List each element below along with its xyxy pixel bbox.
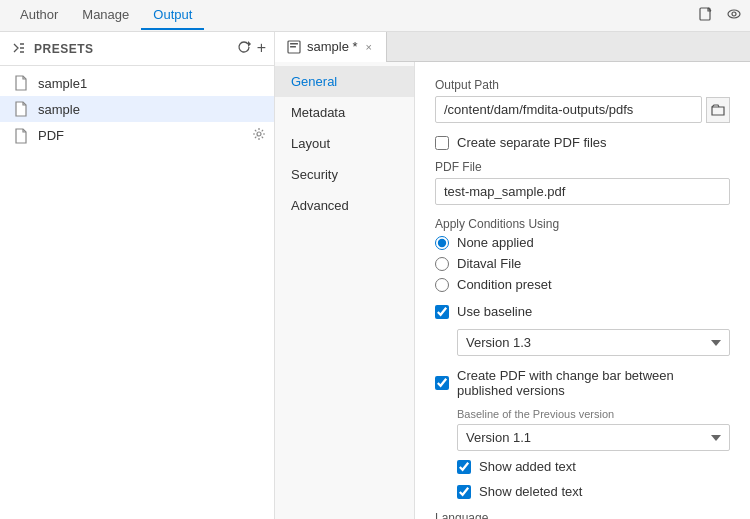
create-pdf-changebar-group: Create PDF with change bar between publi… <box>435 368 730 499</box>
previous-version-label: Baseline of the Previous version <box>457 408 730 420</box>
output-path-input[interactable] <box>435 96 702 123</box>
use-baseline-checkbox[interactable] <box>435 305 449 319</box>
previous-version-select[interactable]: Version 1.1 Version 1.0 <box>457 424 730 451</box>
output-path-group: Output Path <box>435 78 730 123</box>
form-area: Output Path Create separat <box>415 62 750 519</box>
sidebar: PRESETS + sample1 <box>0 32 275 519</box>
top-nav: Author Manage Output <box>0 0 750 32</box>
svg-point-2 <box>732 12 736 16</box>
show-deleted-label: Show deleted text <box>479 484 582 499</box>
use-baseline-label: Use baseline <box>457 304 532 319</box>
add-icon[interactable]: + <box>257 40 266 57</box>
settings-nav-advanced[interactable]: Advanced <box>275 190 414 221</box>
sidebar-item-sample[interactable]: sample <box>0 96 274 122</box>
settings-nav: General Metadata Layout Security Advance… <box>275 62 415 519</box>
sidebar-actions: + <box>237 40 266 57</box>
create-separate-checkbox[interactable] <box>435 136 449 150</box>
sidebar-header: PRESETS + <box>0 32 274 66</box>
show-added-row: Show added text <box>457 459 730 474</box>
create-separate-row: Create separate PDF files <box>435 135 730 150</box>
file-icon-sample <box>14 101 30 117</box>
radio-none[interactable] <box>435 236 449 250</box>
radio-preset-label: Condition preset <box>457 277 552 292</box>
svg-point-1 <box>728 10 740 18</box>
radio-ditaval-label: Ditaval File <box>457 256 521 271</box>
settings-nav-general[interactable]: General <box>275 66 414 97</box>
content-area: sample * × General Metadata Layout Secur… <box>275 32 750 519</box>
radio-ditaval-row: Ditaval File <box>435 256 730 271</box>
radio-ditaval[interactable] <box>435 257 449 271</box>
previous-version-group: Baseline of the Previous version Version… <box>435 408 730 499</box>
svg-point-3 <box>257 132 261 136</box>
sidebar-item-label-sample1: sample1 <box>38 76 266 91</box>
settings-nav-layout[interactable]: Layout <box>275 128 414 159</box>
pdf-file-group: PDF File <box>435 160 730 205</box>
pdf-file-input[interactable] <box>435 178 730 205</box>
tab-close-icon[interactable]: × <box>364 39 374 55</box>
radio-none-label: None applied <box>457 235 534 250</box>
sidebar-collapse-icon[interactable] <box>12 40 26 57</box>
export-icon[interactable] <box>698 6 714 25</box>
svg-rect-5 <box>290 43 298 45</box>
sidebar-item-pdf[interactable]: PDF <box>0 122 274 149</box>
apply-conditions-group: Apply Conditions Using None applied Dita… <box>435 217 730 292</box>
create-separate-label: Create separate PDF files <box>457 135 607 150</box>
sidebar-item-label-pdf: PDF <box>38 128 252 143</box>
content-tab-label: sample * <box>307 39 358 54</box>
settings-nav-metadata[interactable]: Metadata <box>275 97 414 128</box>
sidebar-title: PRESETS <box>34 42 237 56</box>
show-deleted-checkbox[interactable] <box>457 485 471 499</box>
baseline-version-select-wrap: Version 1.3 Version 1.2 Version 1.1 <box>435 329 730 356</box>
refresh-icon[interactable] <box>237 40 251 57</box>
tab-file-icon <box>287 40 301 54</box>
show-added-label: Show added text <box>479 459 576 474</box>
language-label: Language <box>435 511 730 519</box>
main-layout: PRESETS + sample1 <box>0 32 750 519</box>
radio-preset[interactable] <box>435 278 449 292</box>
create-pdf-changebar-label: Create PDF with change bar between publi… <box>457 368 730 398</box>
sidebar-item-label-sample: sample <box>38 102 266 117</box>
radio-preset-row: Condition preset <box>435 277 730 292</box>
below-tab: General Metadata Layout Security Advance… <box>275 62 750 519</box>
tab-manage[interactable]: Manage <box>70 1 141 30</box>
radio-none-row: None applied <box>435 235 730 250</box>
use-baseline-group: Use baseline Version 1.3 Version 1.2 Ver… <box>435 304 730 356</box>
settings-nav-security[interactable]: Security <box>275 159 414 190</box>
content-tab-sample[interactable]: sample * × <box>275 32 387 62</box>
sidebar-item-sample1[interactable]: sample1 <box>0 70 274 96</box>
tab-author[interactable]: Author <box>8 1 70 30</box>
file-icon-pdf <box>14 128 30 144</box>
output-path-label: Output Path <box>435 78 730 92</box>
sidebar-items: sample1 sample PDF <box>0 66 274 153</box>
tab-output[interactable]: Output <box>141 1 204 30</box>
output-path-browse-btn[interactable] <box>706 97 730 123</box>
baseline-version-select[interactable]: Version 1.3 Version 1.2 Version 1.1 <box>457 329 730 356</box>
use-baseline-row: Use baseline <box>435 304 730 319</box>
apply-conditions-label: Apply Conditions Using <box>435 217 730 231</box>
file-icon-sample1 <box>14 75 30 91</box>
create-pdf-changebar-checkbox[interactable] <box>435 376 449 390</box>
show-added-checkbox[interactable] <box>457 460 471 474</box>
pdf-file-label: PDF File <box>435 160 730 174</box>
eye-icon[interactable] <box>726 6 742 25</box>
show-deleted-row: Show deleted text <box>457 484 730 499</box>
top-nav-icons <box>698 6 742 25</box>
tab-bar: sample * × <box>275 32 750 62</box>
output-path-input-row <box>435 96 730 123</box>
settings-icon-pdf[interactable] <box>252 127 266 144</box>
language-group: Language Select English French German <box>435 511 730 519</box>
svg-rect-6 <box>290 46 296 48</box>
create-pdf-changebar-row: Create PDF with change bar between publi… <box>435 368 730 398</box>
